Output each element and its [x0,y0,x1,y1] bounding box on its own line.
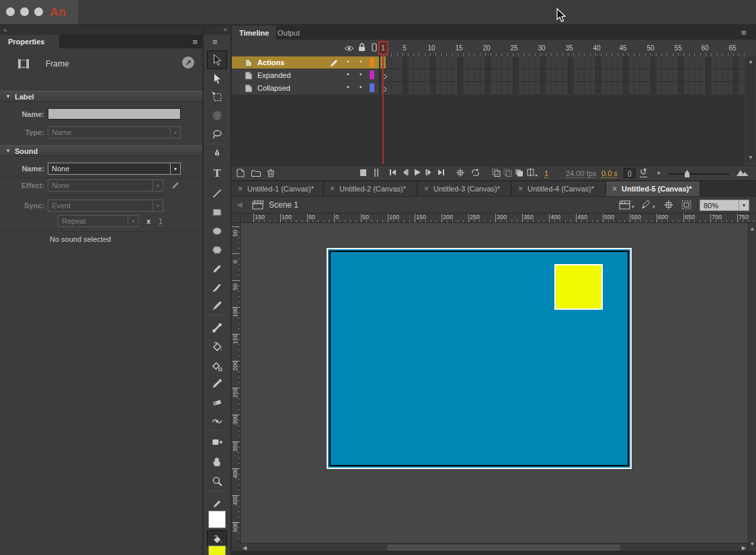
close-icon[interactable]: × [238,184,243,194]
pencil-tool[interactable] [209,261,225,277]
frame-span-braces-icon[interactable]: {} [624,168,636,178]
selection-tool[interactable] [209,52,225,68]
minimize-window-icon[interactable] [20,7,29,16]
scroll-down-icon[interactable]: ▼ [746,155,755,161]
repeat-count-hot-text[interactable]: 1 [159,217,163,226]
lasso-tool[interactable] [209,126,225,142]
rectangle-tool[interactable] [209,204,225,220]
doc-tab-untitled-2[interactable]: × Untitled-2 (Canvas)* [324,181,417,196]
center-playhead-icon[interactable] [456,168,465,177]
panel-menu-icon[interactable]: ≡ [741,28,746,38]
panel-menu-icon[interactable]: ≡ [212,37,217,47]
close-icon[interactable]: × [518,184,523,194]
new-folder-icon[interactable] [251,168,261,178]
sound-section-header[interactable]: ▼ Sound [0,145,202,157]
scroll-left-icon[interactable]: ◀ [243,545,247,551]
modify-markers-icon[interactable] [526,168,538,177]
layer-visible-dot[interactable]: • [347,71,349,78]
layer-unlocked-dot[interactable]: • [360,83,362,91]
layer-row-expanded[interactable]: Expanded • • [232,69,379,81]
oval-tool[interactable] [209,223,225,239]
close-icon[interactable]: × [424,184,429,194]
clip-content-icon[interactable] [681,200,692,210]
3d-rotation-tool[interactable] [209,108,225,124]
edit-multiple-frames-icon[interactable] [514,168,524,177]
stage-zoom-dropdown[interactable]: 80% ▾ [700,200,749,211]
eyedropper-tool[interactable] [209,376,225,392]
outline-icon[interactable] [372,43,377,52]
layer-color-chip[interactable] [370,83,374,92]
sound-name-dropdown[interactable]: None ▾ [48,163,181,175]
yellow-rectangle-shape[interactable] [554,264,603,310]
pasteboard[interactable] [241,223,748,543]
doc-tab-untitled-4[interactable]: × Untitled-4 (Canvas)* [512,181,605,196]
reset-timeline-zoom-icon[interactable]: ↺ [640,167,647,177]
help-icon[interactable]: ↗ [182,56,194,69]
layer-row-actions[interactable]: Actions • • [232,56,379,69]
elapsed-time-hot-text[interactable]: 0.0 s [601,169,618,178]
collapse-panel-icon[interactable]: « [223,26,227,33]
canvas-horizontal-scrollbar[interactable]: ◀ ▶ [241,543,748,551]
polystar-tool[interactable] [209,242,225,258]
edit-scene-icon[interactable] [619,200,631,210]
step-back-icon[interactable] [401,168,409,177]
new-layer-icon[interactable] [236,168,246,178]
stroke-color-control[interactable] [209,496,225,512]
scrollbar-thumb[interactable] [388,545,620,550]
layer-color-chip[interactable] [370,71,374,79]
panel-menu-icon[interactable]: ≡ [192,37,197,47]
current-frame-hot-text[interactable]: 1 [544,169,548,178]
label-section-header[interactable]: ▼ Label [0,91,202,102]
collapse-panel-icon[interactable]: « [3,26,7,34]
frame-zoom-slider-thumb[interactable] [685,170,689,177]
eye-icon[interactable] [344,45,354,52]
frame-grid[interactable] [380,56,745,94]
fill-color-swatch[interactable] [208,546,226,555]
delete-layer-trash-icon[interactable] [266,168,276,178]
zoom-tool[interactable] [209,473,225,489]
center-frame-icon[interactable] [358,168,368,177]
layer-visible-dot[interactable]: • [347,83,349,91]
back-arrow-icon[interactable]: ◀ [237,200,242,209]
tab-properties[interactable]: Properties [0,35,59,48]
tab-output[interactable]: Output [270,26,307,40]
paint-bucket-tool[interactable] [209,339,225,355]
close-window-icon[interactable] [6,7,15,16]
breadcrumb-scene-name[interactable]: Scene 1 [269,200,298,210]
loop-range-icon[interactable] [374,168,379,177]
eraser-tool[interactable] [209,394,225,411]
subselection-tool[interactable] [209,71,225,87]
label-name-input[interactable] [48,108,181,120]
scroll-down-icon[interactable]: ▼ [749,541,756,547]
onion-skin-icon[interactable] [491,168,501,177]
doc-tab-untitled-1[interactable]: × Untitled-1 (Canvas)* [232,181,323,196]
doc-tab-untitled-5[interactable]: × Untitled-5 (Canvas)* [606,181,700,196]
doc-tab-untitled-3[interactable]: × Untitled-3 (Canvas)* [418,181,511,196]
timeline-scrollbar[interactable]: ▲ ▼ [746,56,755,163]
frame-zoom-slider[interactable] [669,173,729,175]
lock-icon[interactable] [358,43,366,52]
layer-unlocked-dot[interactable]: • [360,71,362,78]
zoom-window-icon[interactable] [34,7,43,16]
zoom-out-frames-icon[interactable]: ▴ [657,169,661,175]
loop-playback-icon[interactable] [470,168,480,177]
free-transform-tool[interactable] [209,89,225,105]
hand-tool[interactable] [209,454,225,470]
layer-visible-dot[interactable]: • [347,58,349,65]
layer-row-collapsed[interactable]: Collapsed • • [232,82,379,94]
close-icon[interactable]: × [612,184,617,194]
stroke-color-swatch[interactable] [208,511,226,528]
fill-color-control[interactable] [209,531,225,547]
close-icon[interactable]: × [330,184,335,194]
play-icon[interactable] [413,168,421,177]
bone-tool[interactable] [209,320,225,336]
playhead-line[interactable] [382,55,384,164]
width-tool[interactable] [209,413,225,429]
frame-rate-hot-text[interactable]: 24.00 fps [566,169,596,178]
scroll-up-icon[interactable]: ▲ [746,58,755,65]
layer-color-chip[interactable] [370,58,374,67]
playhead-marker[interactable] [378,41,388,55]
camera-tool[interactable] [209,434,225,450]
canvas-vertical-scrollbar[interactable]: ▲ ▼ [748,223,756,551]
pen-tool[interactable] [209,146,225,162]
